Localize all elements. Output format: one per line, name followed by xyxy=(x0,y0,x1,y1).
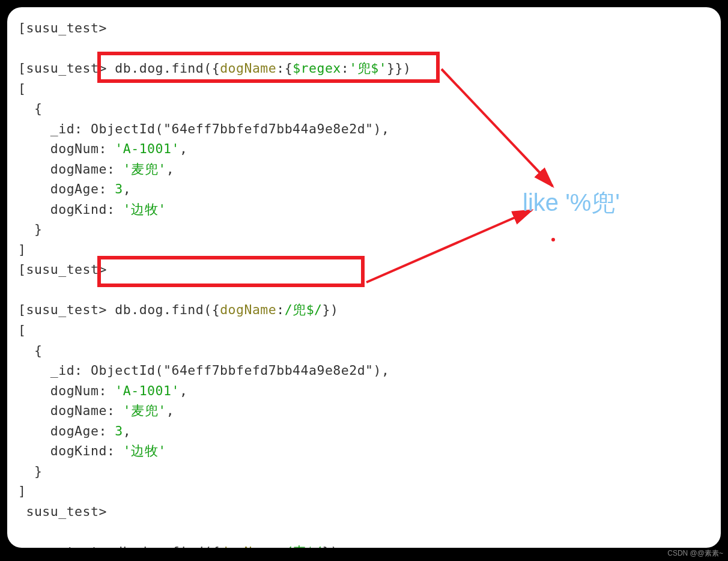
bracket: [ xyxy=(18,61,26,76)
open-arr: [ xyxy=(18,323,26,338)
name-val: '麦兜' xyxy=(123,162,166,177)
name-key: dogName: xyxy=(18,162,123,177)
open-obj: { xyxy=(18,343,42,358)
num-val: 'A-1001' xyxy=(115,141,180,156)
close-arr: ] xyxy=(18,242,26,257)
open-obj: { xyxy=(18,101,42,116)
kind-key: dogKind: xyxy=(18,443,123,458)
kind-val: '边牧' xyxy=(123,202,166,217)
q3-value: /麦$/ xyxy=(285,544,323,548)
bracket: [ xyxy=(18,20,26,35)
age-key: dogAge: xyxy=(18,181,115,196)
id-line: _id: ObjectId("64eff7bbfefd7bb44a9e8e2d"… xyxy=(18,121,389,136)
comma: , xyxy=(180,383,187,398)
q2-mid: : xyxy=(276,302,284,317)
terminal-output[interactable]: [susu_test> [susu_test> db.dog.find({dog… xyxy=(18,18,721,548)
q3-field: dogName xyxy=(220,544,276,548)
open-arr: [ xyxy=(18,81,26,96)
q2-suffix: }) xyxy=(323,302,339,317)
q1-suffix: }}) xyxy=(387,61,411,76)
age-key: dogAge: xyxy=(18,423,115,438)
num-key: dogNum: xyxy=(18,141,115,156)
comma: , xyxy=(166,162,174,177)
prompt: susu_test> xyxy=(26,262,106,277)
prompt: susu_test> xyxy=(26,302,106,317)
comma: , xyxy=(123,423,131,438)
bracket: [ xyxy=(18,302,26,317)
num-key: dogNum: xyxy=(18,383,115,398)
q2-field: dogName xyxy=(220,302,276,317)
num-val: 'A-1001' xyxy=(115,383,180,398)
q2-value: /兜$/ xyxy=(285,302,323,317)
comma: , xyxy=(123,181,131,196)
comma: , xyxy=(166,403,174,418)
close-obj: } xyxy=(18,222,42,237)
comma: , xyxy=(180,141,187,156)
q1-prefix: db.dog.find({ xyxy=(115,61,220,76)
close-arr: ] xyxy=(18,484,26,499)
annotation-dot-icon xyxy=(551,238,555,241)
close-obj: } xyxy=(18,464,42,479)
age-val: 3 xyxy=(115,423,123,438)
prompt: susu_test> xyxy=(26,61,106,76)
q2-prefix: db.dog.find({ xyxy=(115,302,220,317)
q3-suffix: }) xyxy=(323,544,339,548)
prompt: susu_test> xyxy=(26,20,106,35)
q1-regex: $regex xyxy=(293,61,341,76)
watermark: CSDN @@素素~ xyxy=(667,548,723,559)
name-key: dogName: xyxy=(18,403,123,418)
id-line: _id: ObjectId("64eff7bbfefd7bb44a9e8e2d"… xyxy=(18,363,389,378)
prompt: susu_test> xyxy=(26,504,106,519)
q1-sep: : xyxy=(341,61,349,76)
prompt: susu_test> xyxy=(26,544,106,548)
q3-mid: : xyxy=(276,544,284,548)
kind-key: dogKind: xyxy=(18,202,123,217)
terminal-window: [susu_test> [susu_test> db.dog.find({dog… xyxy=(7,7,721,548)
age-val: 3 xyxy=(115,181,123,196)
annotation-text: like '%兜' xyxy=(523,186,620,219)
q1-value: '兜$' xyxy=(349,61,387,76)
bracket: [ xyxy=(18,262,26,277)
name-val: '麦兜' xyxy=(123,403,166,418)
q1-field: dogName xyxy=(220,61,276,76)
q1-mid: :{ xyxy=(276,61,293,76)
kind-val: '边牧' xyxy=(123,443,166,458)
q3-prefix: db.dog.find({ xyxy=(115,544,220,548)
